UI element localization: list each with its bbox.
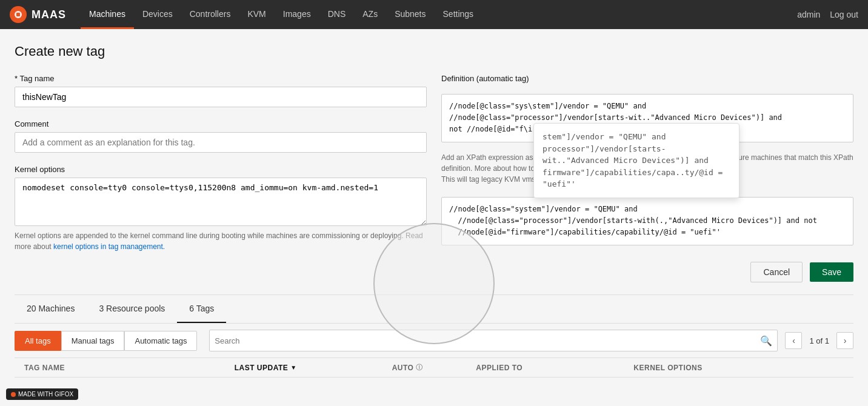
tag-name-label: * Tag name: [15, 74, 427, 83]
sort-icon: ▼: [290, 364, 296, 371]
filter-row: All tags Manual tags Automatic tags 🔍 ‹ …: [15, 324, 853, 358]
tag-name-input[interactable]: [15, 87, 427, 107]
col-auto[interactable]: AUTO ⓘ: [392, 363, 476, 372]
search-box: 🔍: [209, 330, 778, 351]
nav-settings[interactable]: Settings: [435, 0, 482, 29]
tooltip-popup: stem"]/vendor = "QEMU" and processor"]/v…: [533, 123, 739, 198]
cancel-button[interactable]: Cancel: [750, 262, 803, 282]
filter-all-tags[interactable]: All tags: [15, 331, 61, 351]
logout-link[interactable]: Log out: [830, 10, 858, 19]
definition-label: Definition (automatic tag): [441, 74, 853, 83]
logo-icon: [10, 6, 27, 23]
form-left: * Tag name Comment Kernel options nomode…: [15, 74, 427, 252]
nav-right: admin Log out: [797, 10, 858, 19]
gifox-badge: MADE WITH GIFOX: [6, 388, 78, 400]
svg-rect-1: [16, 13, 20, 16]
logo-text: MAAS: [32, 8, 66, 21]
nav-azs[interactable]: AZs: [354, 0, 386, 29]
pagination-row: ‹ 1 of 1 ›: [785, 332, 853, 349]
logo: MAAS: [10, 6, 66, 23]
tooltip-line2: processor"]/vendor[starts-wit.."Advanced…: [542, 143, 730, 167]
top-navigation: MAAS Machines Devices Controllers KVM Im…: [0, 0, 868, 29]
tabs-section: 20 Machines 3 Resource pools 6 Tags All …: [15, 295, 853, 378]
nav-controllers[interactable]: Controllers: [181, 0, 239, 29]
tabs-count-row: 20 Machines 3 Resource pools 6 Tags: [15, 295, 853, 324]
nav-images[interactable]: Images: [275, 0, 319, 29]
kernel-options-input[interactable]: nomodeset console=tty0 console=ttys0,115…: [15, 178, 427, 226]
definition-result: //node[@class="system"]/vendor = "QEMU" …: [441, 197, 853, 245]
comment-input[interactable]: [15, 132, 427, 153]
page-info: 1 of 1: [804, 336, 834, 345]
nav-devices[interactable]: Devices: [134, 0, 181, 29]
filter-manual-tags[interactable]: Manual tags: [61, 331, 125, 351]
info-icon: ⓘ: [416, 363, 423, 372]
tab-machines[interactable]: 20 Machines: [15, 295, 87, 323]
search-input[interactable]: [215, 336, 760, 345]
search-icon: 🔍: [760, 335, 772, 347]
tag-name-field: * Tag name: [15, 74, 427, 107]
gifox-dot: [11, 392, 16, 397]
table-header: TAG NAME LAST UPDATE ▼ AUTO ⓘ APPLIED TO…: [15, 358, 853, 378]
comment-label: Comment: [15, 119, 427, 128]
kernel-options-label: Kernel options: [15, 165, 427, 174]
col-tag-name[interactable]: TAG NAME: [24, 363, 235, 372]
kernel-options-link[interactable]: kernel options in tag management.: [53, 242, 165, 251]
comment-field: Comment: [15, 119, 427, 153]
kernel-options-field: Kernel options nomodeset console=tty0 co…: [15, 165, 427, 252]
gifox-label: MADE WITH GIFOX: [18, 391, 73, 398]
filter-automatic-tags[interactable]: Automatic tags: [124, 331, 197, 351]
page-content: Create new tag * Tag name Comment Kernel…: [0, 29, 868, 406]
nav-kvm[interactable]: KVM: [239, 0, 274, 29]
prev-page-button[interactable]: ‹: [785, 332, 802, 349]
tab-resource-pools[interactable]: 3 Resource pools: [87, 295, 177, 323]
nav-machines[interactable]: Machines: [81, 0, 134, 29]
col-applied-to: APPLIED TO: [476, 363, 633, 372]
tooltip-line1: stem"]/vendor = "QEMU" and: [542, 131, 730, 143]
col-last-update[interactable]: LAST UPDATE ▼: [235, 363, 392, 372]
tab-tags[interactable]: 6 Tags: [177, 295, 226, 323]
kernel-options-help: Kernel options are appended to the kerne…: [15, 230, 427, 252]
nav-subnets[interactable]: Subnets: [386, 0, 434, 29]
page-title: Create new tag: [15, 44, 853, 59]
tooltip-line3: firmware"]/capabilities/capa..ty/@id = "…: [542, 167, 730, 190]
action-row: Cancel Save: [15, 262, 853, 282]
next-page-button[interactable]: ›: [836, 332, 853, 349]
nav-dns[interactable]: DNS: [319, 0, 355, 29]
admin-link[interactable]: admin: [797, 10, 820, 19]
save-button[interactable]: Save: [810, 262, 853, 282]
col-kernel-options: KERNEL OPTIONS: [633, 363, 844, 372]
